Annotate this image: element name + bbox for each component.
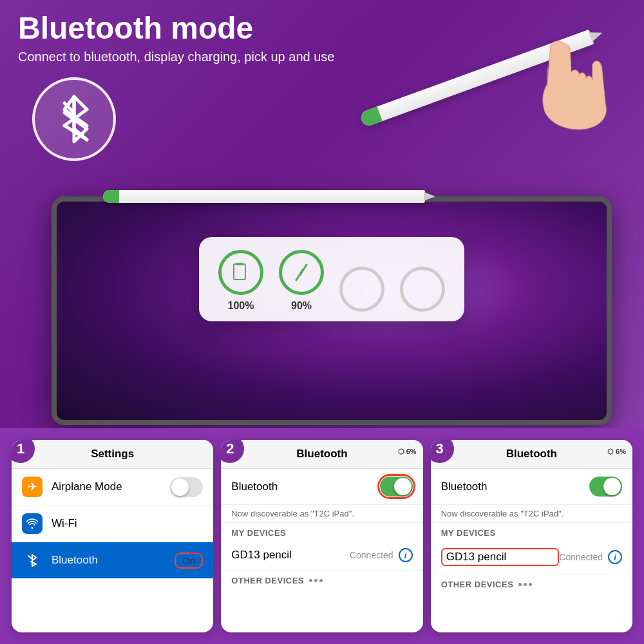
bt-toggle-row-2: Bluetooth — [221, 469, 422, 505]
airplane-label: Airplane Mode — [52, 480, 161, 493]
svg-line-0 — [74, 97, 87, 109]
bluetooth-header-2: Bluetooth ⬡ 6% — [221, 440, 422, 469]
wifi-item: Wi-Fi — [12, 506, 213, 542]
hand-svg — [502, 32, 631, 135]
bluetooth-settings-item[interactable]: Bluetooth On — [12, 542, 213, 579]
battery-percent-2: 90% — [291, 300, 312, 312]
my-devices-header-3: MY DEVICES — [431, 523, 632, 540]
bluetooth-settings-icon — [22, 550, 43, 571]
bluetooth-panel-2: 2 Bluetooth ⬡ 6% Bluetooth Now discovera… — [221, 440, 422, 632]
stylus-on-tablet — [103, 190, 425, 203]
info-icon-3[interactable]: i — [608, 550, 622, 564]
svg-rect-7 — [234, 264, 245, 279]
connected-3: Connected — [559, 552, 603, 562]
bluetooth-toggle-3[interactable] — [589, 477, 622, 497]
bluetooth-panel-3: 3 Bluetooth ⬡ 6% Bluetooth Now discovera… — [431, 440, 632, 632]
battery-item-3 — [339, 267, 384, 312]
info-icon-2[interactable]: i — [399, 548, 413, 562]
tablet-screen: 100% 90% — [57, 202, 607, 420]
device-name-3: GD13 pencil — [441, 548, 560, 566]
bt-toggle-row-3: Bluetooth — [431, 469, 632, 505]
svg-rect-8 — [236, 263, 243, 265]
device-row-3: GD13 pencil Connected i — [431, 540, 632, 574]
airplane-mode-item: ✈ Airplane Mode — [12, 469, 213, 506]
bluetooth-circle-icon — [32, 77, 116, 161]
settings-header: Settings — [12, 440, 213, 469]
device-name-2: GD13 pencil — [231, 549, 350, 562]
bluetooth-settings-label: Bluetooth — [52, 554, 166, 567]
bluetooth-toggle-2[interactable] — [380, 477, 413, 497]
wifi-label: Wi-Fi — [52, 517, 203, 530]
battery-item-4 — [400, 267, 445, 312]
battery-percent-1: 100% — [228, 300, 254, 312]
battery-circle-1 — [218, 250, 263, 295]
connected-2: Connected — [350, 550, 393, 560]
loading-dots-2 — [309, 579, 323, 582]
battery-item-2: 90% — [279, 250, 324, 312]
device-row-2: GD13 pencil Connected i — [221, 540, 422, 571]
status-icons-2: ⬡ 6% — [398, 448, 417, 456]
main-title: Bluetooth mode — [18, 12, 334, 46]
status-icons-3: ⬡ 6% — [607, 448, 626, 456]
tablet: 100% 90% — [52, 196, 612, 425]
battery-widget: 100% 90% — [199, 237, 464, 321]
bt-row-label-2: Bluetooth — [231, 480, 379, 493]
airplane-icon: ✈ — [22, 477, 43, 497]
wifi-icon — [22, 513, 43, 534]
battery-circle-2 — [279, 250, 324, 295]
svg-line-10 — [300, 265, 307, 275]
other-devices-2: OTHER DEVICES — [221, 571, 422, 588]
discoverable-2: Now discoverable as "T2C iPad". — [221, 505, 422, 523]
title-area: Bluetooth mode Connect to bluetooth, dis… — [18, 12, 334, 64]
discoverable-3: Now discoverable as "T2C iPad". — [431, 505, 632, 523]
subtitle: Connect to bluetooth, display charging, … — [18, 50, 334, 64]
bt-content-3: Bluetooth Now discoverable as "T2C iPad"… — [431, 469, 632, 592]
top-section: Bluetooth mode Connect to bluetooth, dis… — [0, 0, 644, 438]
bt-content-2: Bluetooth Now discoverable as "T2C iPad"… — [221, 469, 422, 588]
battery-circle-4 — [400, 267, 445, 312]
tablet-battery-icon — [231, 262, 251, 283]
my-devices-header-2: MY DEVICES — [221, 523, 422, 540]
settings-list: ✈ Airplane Mode Wi-Fi — [12, 469, 213, 579]
airplane-toggle[interactable] — [170, 477, 203, 497]
bluetooth-icon — [52, 93, 97, 145]
on-badge: On — [175, 553, 203, 569]
settings-panel: 1 Settings ✈ Airplane Mode — [12, 440, 213, 632]
loading-dots-3 — [518, 583, 532, 586]
other-devices-3: OTHER DEVICES — [431, 574, 632, 592]
battery-item-1: 100% — [218, 250, 263, 312]
battery-circle-3 — [339, 267, 384, 312]
bluetooth-header-3: Bluetooth ⬡ 6% — [431, 440, 632, 469]
bt-row-label-3: Bluetooth — [441, 480, 589, 493]
charging-icon — [291, 262, 312, 283]
bottom-section: 1 Settings ✈ Airplane Mode — [0, 428, 644, 644]
